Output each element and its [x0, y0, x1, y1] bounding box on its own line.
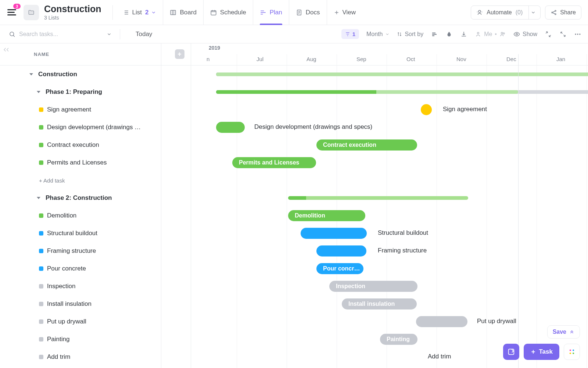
group-construction[interactable]: Construction	[0, 66, 191, 83]
tab-list[interactable]: List 2	[116, 0, 164, 25]
tab-docs-label: Docs	[306, 9, 320, 16]
filter-icon	[345, 32, 350, 37]
search-icon	[9, 31, 15, 38]
sortby-label: Sort by	[405, 31, 423, 38]
gantt-bar-label: Structural buildout	[378, 229, 428, 237]
add-column-button[interactable]: +	[175, 49, 184, 59]
month-label: Nov	[456, 56, 466, 62]
more-icon[interactable]	[574, 31, 581, 38]
gantt-bar[interactable]: Inspection	[329, 281, 417, 292]
zoom-select[interactable]: Month	[366, 31, 390, 38]
gantt-bar[interactable]	[216, 122, 245, 133]
filter-chip[interactable]: 1	[341, 29, 359, 39]
status-dot	[39, 249, 43, 253]
task-label: Demolition	[47, 212, 76, 219]
menu-button[interactable]: 3	[4, 5, 19, 20]
tab-docs[interactable]: Docs	[289, 0, 327, 25]
add-view-button[interactable]: View	[327, 9, 363, 16]
gantt-summary-bar[interactable]	[216, 72, 588, 76]
collapse-icon[interactable]	[545, 31, 552, 38]
task-row[interactable]: Permits and Licenses	[0, 154, 191, 171]
search-dropdown-icon[interactable]	[107, 32, 112, 37]
assignees-icon[interactable]	[499, 31, 506, 38]
task-row[interactable]: Structural buildout	[0, 224, 191, 242]
svg-point-3	[478, 10, 481, 13]
task-row[interactable]: Put up drywall	[0, 313, 191, 330]
task-row[interactable]: Demolition	[0, 207, 191, 224]
task-row[interactable]: Add trim	[0, 348, 191, 366]
gantt-bar[interactable]: Permits and Licenses	[232, 157, 316, 168]
color-icon[interactable]	[445, 31, 453, 38]
gantt-header: 2019 nJulAugSepOctNovDecJanF	[191, 43, 588, 66]
task-row[interactable]: Sign agreement	[0, 101, 191, 118]
gantt-bar[interactable]: Pour concr…	[316, 263, 363, 274]
svg-point-21	[570, 353, 571, 354]
me-button[interactable]: Me •	[475, 31, 506, 38]
task-row[interactable]: Painting	[0, 330, 191, 348]
gantt-bar[interactable]	[316, 245, 366, 256]
status-dot	[39, 302, 43, 306]
svg-point-5	[555, 10, 556, 11]
show-button[interactable]: Show	[513, 31, 537, 38]
show-label: Show	[523, 31, 537, 38]
today-button[interactable]: Today	[136, 31, 152, 38]
status-dot	[39, 231, 43, 236]
share-label: Share	[560, 9, 576, 16]
svg-point-7	[10, 32, 14, 36]
gantt-bar[interactable]: Install insulation	[342, 298, 417, 309]
gantt-bar[interactable]	[301, 228, 367, 239]
svg-point-9	[501, 32, 503, 34]
task-row[interactable]: Framing structure	[0, 242, 191, 260]
svg-point-20	[573, 350, 574, 351]
gantt-summary-bar[interactable]	[216, 90, 518, 94]
task-row[interactable]: Design development (drawings …	[0, 118, 191, 136]
task-row[interactable]: Pour concrete	[0, 260, 191, 277]
gantt-bar[interactable]	[416, 316, 467, 327]
status-dot	[39, 107, 43, 112]
save-button[interactable]: Save	[547, 325, 580, 339]
me-label: Me	[484, 31, 492, 38]
gantt-chart[interactable]: 2019 nJulAugSepOctNovDecJanF Sign agreem…	[191, 43, 588, 368]
task-label: Design development (drawings …	[47, 124, 141, 131]
task-label: Painting	[47, 336, 69, 343]
gantt-summary-bar[interactable]	[288, 196, 468, 200]
add-task-button[interactable]: + Add task	[0, 171, 191, 189]
task-row[interactable]: Install insulation	[0, 295, 191, 313]
expand-icon[interactable]	[559, 31, 567, 38]
settings-icon[interactable]	[431, 31, 438, 38]
note-button[interactable]	[503, 344, 519, 360]
subgroup-phase2[interactable]: Phase 2: Construction	[0, 189, 191, 207]
gantt-bar-label: Add trim	[428, 353, 451, 360]
share-button[interactable]: Share	[545, 6, 581, 20]
task-row[interactable]: Inspection	[0, 277, 191, 295]
subgroup-phase1[interactable]: Phase 1: Preparing	[0, 83, 191, 101]
new-task-button[interactable]: Task	[524, 344, 560, 360]
apps-button[interactable]	[564, 344, 580, 360]
tab-board[interactable]: Board	[163, 0, 203, 25]
tab-plan[interactable]: Plan	[253, 0, 289, 25]
month-label: Jul	[257, 56, 263, 62]
automate-button[interactable]: Automate (0)	[471, 6, 541, 20]
folder-icon[interactable]	[24, 5, 39, 20]
status-dot	[39, 266, 43, 271]
status-dot	[39, 125, 43, 130]
gantt-bar[interactable]: Painting	[380, 334, 417, 345]
svg-point-19	[570, 350, 571, 351]
gantt-bar-label: Put up drywall	[477, 318, 516, 325]
automate-dropdown-icon[interactable]	[528, 6, 537, 20]
tab-schedule[interactable]: Schedule	[204, 0, 253, 25]
gantt-bar[interactable]: Contract execution	[316, 139, 417, 151]
gantt-bar[interactable]: Demolition	[288, 210, 365, 221]
month-label: Jan	[556, 56, 565, 62]
task-row[interactable]: Contract execution	[0, 136, 191, 154]
gantt-bar-label: Design development (drawings and specs)	[254, 123, 372, 131]
search-input[interactable]	[19, 31, 85, 38]
task-label: Contract execution	[47, 141, 99, 149]
download-icon[interactable]	[460, 31, 467, 38]
tab-schedule-label: Schedule	[220, 9, 246, 16]
sortby-button[interactable]: Sort by	[397, 31, 423, 38]
workspace-subtitle: 3 Lists	[44, 15, 101, 21]
gantt-milestone[interactable]	[421, 104, 432, 115]
svg-rect-0	[171, 10, 176, 15]
month-label: n	[207, 56, 209, 62]
